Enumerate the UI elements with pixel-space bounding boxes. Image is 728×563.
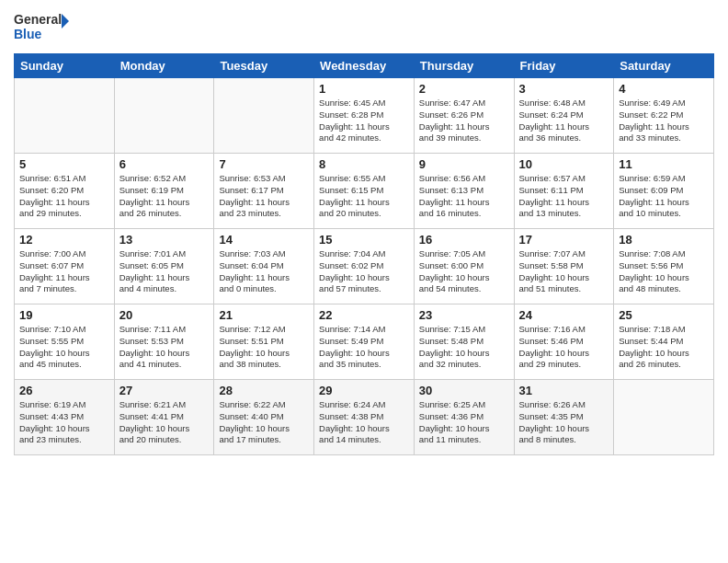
day-number: 14 [219,233,309,247]
calendar-cell [614,380,714,455]
logo-svg: General Blue [14,9,69,46]
calendar-cell: 25Sunrise: 7:18 AMSunset: 5:44 PMDayligh… [614,304,714,380]
day-number: 22 [319,308,409,322]
day-number: 5 [19,157,109,171]
calendar-cell: 13Sunrise: 7:01 AMSunset: 6:05 PMDayligh… [114,229,214,304]
day-info: Sunrise: 6:47 AMSunset: 6:26 PMDaylight:… [419,98,509,144]
day-number: 17 [519,233,609,247]
calendar-cell: 8Sunrise: 6:55 AMSunset: 6:15 PMDaylight… [314,154,415,229]
svg-text:General: General [14,12,62,27]
day-number: 29 [319,384,409,397]
day-info: Sunrise: 6:45 AMSunset: 6:28 PMDaylight:… [319,98,409,144]
day-info: Sunrise: 6:52 AMSunset: 6:19 PMDaylight:… [119,173,210,220]
day-number: 12 [19,233,109,247]
day-info: Sunrise: 7:11 AMSunset: 5:53 PMDaylight:… [119,324,210,371]
day-number: 1 [319,82,409,96]
calendar-week-row: 12Sunrise: 7:00 AMSunset: 6:07 PMDayligh… [15,229,714,304]
calendar-week-row: 19Sunrise: 7:10 AMSunset: 5:55 PMDayligh… [15,304,714,380]
weekday-header-tuesday: Tuesday [214,54,314,78]
day-info: Sunrise: 6:48 AMSunset: 6:24 PMDaylight:… [519,98,609,144]
calendar-cell: 1Sunrise: 6:45 AMSunset: 6:28 PMDaylight… [314,78,415,154]
day-number: 6 [119,157,210,171]
logo: General Blue [14,9,69,46]
day-number: 8 [319,157,409,171]
day-number: 16 [419,233,509,247]
calendar-cell: 31Sunrise: 6:26 AMSunset: 4:35 PMDayligh… [514,380,614,455]
calendar-cell: 10Sunrise: 6:57 AMSunset: 6:11 PMDayligh… [514,154,614,229]
calendar-cell: 19Sunrise: 7:10 AMSunset: 5:55 PMDayligh… [15,304,115,380]
day-info: Sunrise: 7:07 AMSunset: 5:58 PMDaylight:… [519,248,609,295]
day-info: Sunrise: 6:25 AMSunset: 4:36 PMDaylight:… [419,399,509,446]
calendar-cell: 22Sunrise: 7:14 AMSunset: 5:49 PMDayligh… [314,304,415,380]
day-info: Sunrise: 7:04 AMSunset: 6:02 PMDaylight:… [319,248,409,295]
calendar-cell: 5Sunrise: 6:51 AMSunset: 6:20 PMDaylight… [15,154,115,229]
day-info: Sunrise: 7:15 AMSunset: 5:48 PMDaylight:… [419,324,509,371]
calendar-week-row: 26Sunrise: 6:19 AMSunset: 4:43 PMDayligh… [15,380,714,455]
calendar-cell [114,78,214,154]
calendar-cell [15,78,115,154]
day-info: Sunrise: 6:49 AMSunset: 6:22 PMDaylight:… [619,98,709,144]
calendar-cell: 6Sunrise: 6:52 AMSunset: 6:19 PMDaylight… [114,154,214,229]
calendar-cell: 2Sunrise: 6:47 AMSunset: 6:26 PMDaylight… [414,78,514,154]
svg-marker-2 [62,14,69,29]
calendar-cell: 27Sunrise: 6:21 AMSunset: 4:41 PMDayligh… [114,380,214,455]
calendar-cell: 9Sunrise: 6:56 AMSunset: 6:13 PMDaylight… [414,154,514,229]
day-number: 15 [319,233,409,247]
day-info: Sunrise: 7:05 AMSunset: 6:00 PMDaylight:… [419,248,509,295]
weekday-header-sunday: Sunday [15,54,115,78]
calendar-cell [214,78,314,154]
day-info: Sunrise: 7:14 AMSunset: 5:49 PMDaylight:… [319,324,409,371]
weekday-header-saturday: Saturday [614,54,714,78]
page-header: General Blue [14,9,714,46]
calendar-cell: 23Sunrise: 7:15 AMSunset: 5:48 PMDayligh… [414,304,514,380]
day-info: Sunrise: 7:08 AMSunset: 5:56 PMDaylight:… [619,248,709,295]
day-info: Sunrise: 6:59 AMSunset: 6:09 PMDaylight:… [619,173,709,220]
day-number: 21 [219,308,309,322]
calendar-cell: 28Sunrise: 6:22 AMSunset: 4:40 PMDayligh… [214,380,314,455]
day-info: Sunrise: 6:57 AMSunset: 6:11 PMDaylight:… [519,173,609,220]
day-info: Sunrise: 6:53 AMSunset: 6:17 PMDaylight:… [219,173,309,220]
day-info: Sunrise: 7:16 AMSunset: 5:46 PMDaylight:… [519,324,609,371]
day-number: 23 [419,308,509,322]
calendar-cell: 26Sunrise: 6:19 AMSunset: 4:43 PMDayligh… [15,380,115,455]
day-info: Sunrise: 6:51 AMSunset: 6:20 PMDaylight:… [19,173,109,220]
day-info: Sunrise: 7:00 AMSunset: 6:07 PMDaylight:… [19,248,109,295]
calendar-cell: 12Sunrise: 7:00 AMSunset: 6:07 PMDayligh… [15,229,115,304]
day-info: Sunrise: 6:19 AMSunset: 4:43 PMDaylight:… [19,399,109,446]
calendar-cell: 21Sunrise: 7:12 AMSunset: 5:51 PMDayligh… [214,304,314,380]
calendar-cell: 24Sunrise: 7:16 AMSunset: 5:46 PMDayligh… [514,304,614,380]
calendar-cell: 3Sunrise: 6:48 AMSunset: 6:24 PMDaylight… [514,78,614,154]
weekday-header-friday: Friday [514,54,614,78]
weekday-header-monday: Monday [114,54,214,78]
day-info: Sunrise: 7:10 AMSunset: 5:55 PMDaylight:… [19,324,109,371]
day-info: Sunrise: 6:56 AMSunset: 6:13 PMDaylight:… [419,173,509,220]
day-info: Sunrise: 6:21 AMSunset: 4:41 PMDaylight:… [119,399,210,446]
day-number: 19 [19,308,109,322]
day-number: 30 [419,384,509,397]
weekday-header-row: SundayMondayTuesdayWednesdayThursdayFrid… [15,54,714,78]
day-number: 11 [619,157,709,171]
calendar-cell: 7Sunrise: 6:53 AMSunset: 6:17 PMDaylight… [214,154,314,229]
day-info: Sunrise: 7:03 AMSunset: 6:04 PMDaylight:… [219,248,309,295]
day-number: 3 [519,82,609,96]
weekday-header-thursday: Thursday [414,54,514,78]
day-info: Sunrise: 6:24 AMSunset: 4:38 PMDaylight:… [319,399,409,446]
day-number: 28 [219,384,309,397]
calendar-cell: 11Sunrise: 6:59 AMSunset: 6:09 PMDayligh… [614,154,714,229]
day-number: 31 [519,384,609,397]
day-number: 25 [619,308,709,322]
calendar-cell: 29Sunrise: 6:24 AMSunset: 4:38 PMDayligh… [314,380,415,455]
day-info: Sunrise: 7:12 AMSunset: 5:51 PMDaylight:… [219,324,309,371]
day-info: Sunrise: 6:26 AMSunset: 4:35 PMDaylight:… [519,399,609,446]
calendar-cell: 4Sunrise: 6:49 AMSunset: 6:22 PMDaylight… [614,78,714,154]
calendar-table: SundayMondayTuesdayWednesdayThursdayFrid… [14,53,714,455]
day-info: Sunrise: 6:55 AMSunset: 6:15 PMDaylight:… [319,173,409,220]
calendar-cell: 15Sunrise: 7:04 AMSunset: 6:02 PMDayligh… [314,229,415,304]
calendar-cell: 16Sunrise: 7:05 AMSunset: 6:00 PMDayligh… [414,229,514,304]
day-number: 4 [619,82,709,96]
day-number: 18 [619,233,709,247]
day-number: 26 [19,384,109,397]
day-number: 9 [419,157,509,171]
day-number: 13 [119,233,210,247]
day-number: 20 [119,308,210,322]
